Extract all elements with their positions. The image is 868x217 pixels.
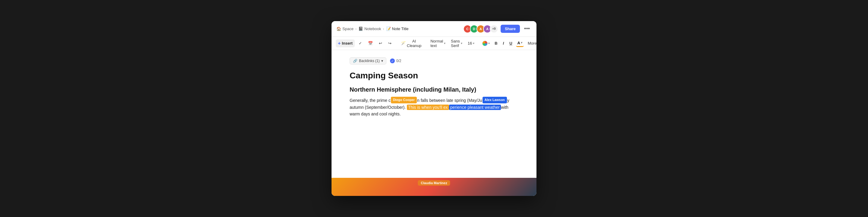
content-area[interactable]: 🔗 Backlinks (1) ▾ ✓ 0/2 Camping Season N…: [332, 50, 536, 178]
body-text-mid3: This is when you'll ex: [408, 105, 448, 110]
more-button[interactable]: More ▾: [526, 40, 536, 47]
notebook-label: Notebook: [364, 27, 381, 31]
text-style-label: Normal text: [430, 39, 443, 48]
top-bar-right: C D A A +9 Share •••: [463, 24, 532, 33]
text-style-dropdown[interactable]: Normal text ▾: [429, 38, 447, 49]
section-heading: Northern Hemisphere (including Milan, It…: [350, 86, 518, 93]
bottom-image-strip: Claudia Martinez: [332, 178, 536, 196]
font-arrow: ▾: [461, 41, 462, 45]
color-picker-button[interactable]: ▾: [481, 39, 491, 47]
share-button[interactable]: Share: [501, 25, 520, 33]
ai-cleanup-label: AI Cleanup: [407, 39, 421, 48]
highlight-button[interactable]: A ▾: [516, 40, 524, 47]
space-icon: 🏠: [336, 27, 341, 31]
color-arrow: ▾: [488, 41, 490, 45]
task-check-icon: ✓: [390, 59, 395, 63]
diego-cursor-tooltip: Diego Cooper: [391, 97, 417, 103]
body-text-start: Generally, the prime c: [350, 98, 391, 103]
color-circle-icon: [482, 41, 488, 46]
undo-button[interactable]: ↩: [377, 40, 384, 47]
alex-cursor-tooltip: Alex Lawson: [483, 97, 507, 103]
document-title: Camping Season: [350, 70, 518, 81]
avatar-group: C D A A +9: [463, 25, 498, 33]
plus-icon: +: [338, 41, 341, 46]
breadcrumb-notebook[interactable]: 📓 Notebook: [358, 27, 381, 31]
toolbar: + Insert ✓ 📅 ↩ ↪ 🪄 AI Cleanup Normal tex…: [332, 37, 536, 50]
backlinks-label: Backlinks (1): [359, 59, 380, 63]
breadcrumb-sep-2: ›: [383, 27, 384, 31]
claudia-cursor-tooltip: Claudia Martinez: [418, 180, 450, 186]
font-size-dropdown[interactable]: 16 ▾: [466, 40, 476, 47]
insert-label: Insert: [342, 41, 352, 45]
insert-button[interactable]: + Insert: [336, 39, 355, 47]
top-bar: 🏠 Space › 📓 Notebook › 📝 Note Title C D …: [332, 21, 536, 37]
note-title: Note Title: [392, 27, 409, 31]
avatar-count: +9: [490, 25, 498, 33]
calendar-button[interactable]: 📅: [366, 40, 375, 47]
check-todo-button[interactable]: ✓: [356, 40, 364, 47]
task-count: 0/2: [396, 59, 401, 63]
font-size-label: 16: [468, 41, 472, 45]
space-label: Space: [342, 27, 353, 31]
check-icon: ✓: [359, 41, 362, 45]
task-counter[interactable]: ✓ 0/2: [390, 59, 401, 63]
backlinks-button[interactable]: 🔗 Backlinks (1) ▾: [350, 57, 386, 64]
notebook-icon: 📓: [358, 27, 363, 31]
body-text-mid4: perience pleasant weather: [450, 105, 500, 110]
breadcrumb: 🏠 Space › 📓 Notebook › 📝 Note Title: [336, 27, 408, 31]
ai-icon: 🪄: [401, 41, 406, 45]
font-family-dropdown[interactable]: Sans Serif ▾: [449, 38, 464, 49]
body-paragraph: Generally, the prime cDiego Coopern fall…: [350, 97, 518, 118]
breadcrumb-sep-1: ›: [355, 27, 356, 31]
highlighted-text-yellow: This is when you'll ex: [407, 104, 449, 110]
redo-button[interactable]: ↪: [386, 40, 394, 47]
note-icon: 📝: [386, 27, 391, 31]
redo-icon: ↪: [388, 41, 392, 45]
more-dots-button[interactable]: •••: [522, 24, 532, 33]
italic-button[interactable]: I: [501, 40, 506, 47]
highlight-icon: A: [518, 41, 520, 45]
meta-bar: 🔗 Backlinks (1) ▾ ✓ 0/2: [350, 57, 518, 64]
body-text-mid1: n falls between late spring (May/Ju: [417, 98, 482, 103]
breadcrumb-note[interactable]: 📝 Note Title: [386, 27, 409, 31]
font-label: Sans Serif: [451, 39, 460, 48]
more-dots-icon: •••: [524, 26, 530, 32]
underline-button[interactable]: U: [507, 40, 514, 47]
font-size-arrow: ▾: [473, 41, 474, 45]
highlight-arrow: ▾: [521, 41, 522, 44]
ai-cleanup-button[interactable]: 🪄 AI Cleanup: [398, 38, 424, 49]
more-label: More: [528, 41, 536, 45]
calendar-icon: 📅: [368, 41, 373, 45]
backlinks-icon: 🔗: [353, 59, 358, 63]
undo-icon: ↩: [379, 41, 382, 45]
text-style-arrow: ▾: [444, 41, 445, 45]
bold-button[interactable]: B: [493, 40, 499, 47]
highlighted-text-blue: perience pleasant weather: [449, 104, 501, 110]
backlinks-arrow: ▾: [381, 59, 383, 63]
app-window: 🏠 Space › 📓 Notebook › 📝 Note Title C D …: [332, 21, 536, 196]
breadcrumb-space[interactable]: 🏠 Space: [336, 27, 353, 31]
